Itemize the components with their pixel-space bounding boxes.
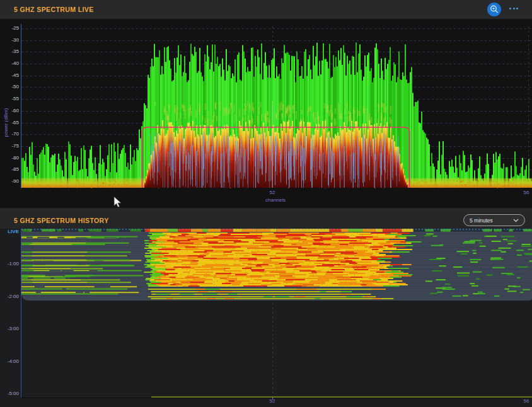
live-y-tick-label: -40 — [0, 60, 19, 67]
mouse-cursor — [113, 196, 122, 209]
live-y-tick-label: -75 — [0, 143, 19, 149]
live-spectrum-chart: power (dBm) channels -25-30-35-40-45-50-… — [0, 19, 532, 208]
history-panel-header: 5 GHZ SPECTRUM HISTORY — [0, 212, 532, 229]
live-y-axis-line — [21, 24, 21, 188]
live-y-tick-label: -45 — [0, 72, 19, 79]
history-spectrogram-chart: time LIVE-1:00-2:00-3:00-4:00-5:005256 — [0, 229, 532, 407]
chevron-down-icon — [513, 219, 519, 222]
history-time-tick-label: -4:00 — [0, 358, 19, 364]
history-spectrogram-plot[interactable] — [21, 229, 532, 407]
more-options-button[interactable] — [509, 8, 518, 9]
zoom-button[interactable] — [487, 3, 501, 16]
live-x-tick-label: 56 — [519, 190, 532, 195]
history-time-tick-label: -5:00 — [0, 391, 19, 396]
history-panel-title: 5 GHZ SPECTRUM HISTORY — [0, 217, 109, 224]
live-y-tick-label: -70 — [0, 131, 19, 137]
history-y-axis-line — [21, 229, 21, 398]
history-x-tick-label: 52 — [265, 398, 280, 404]
history-time-tick-label: -3:00 — [0, 326, 19, 331]
history-live-tick-label: LIVE — [0, 229, 19, 234]
live-y-tick-label: -80 — [0, 155, 19, 161]
live-spectrum-plot[interactable] — [21, 24, 532, 188]
live-y-tick-label: -60 — [0, 108, 19, 114]
live-y-tick-label: -30 — [0, 37, 19, 43]
live-panel-header: 5 GHZ SPECTRUM LIVE — [0, 0, 532, 19]
live-y-tick-label: -35 — [0, 49, 19, 55]
live-panel-title: 5 GHZ SPECTRUM LIVE — [0, 6, 94, 13]
live-y-tick-label: -90 — [0, 178, 19, 185]
live-y-tick-label: -55 — [0, 96, 19, 102]
live-y-tick-label: -85 — [0, 166, 19, 173]
time-range-value: 5 minutes — [470, 217, 493, 224]
time-range-dropdown[interactable]: 5 minutes — [463, 214, 525, 226]
live-y-tick-label: -65 — [0, 120, 19, 126]
ellipsis-icon — [509, 8, 511, 9]
panel-divider — [0, 208, 532, 212]
live-y-tick-label: -50 — [0, 84, 19, 90]
history-time-tick-label: -2:00 — [0, 294, 19, 299]
history-x-tick-label: 56 — [519, 398, 532, 404]
spectrum-analyzer-app: { "app": { "theme": { "accent_blue": "#2… — [0, 0, 532, 407]
live-x-tick-label: 52 — [265, 190, 280, 195]
magnifier-zoom-icon — [487, 3, 501, 16]
history-time-tick-label: -1:00 — [0, 261, 19, 267]
live-x-axis-title: channels — [257, 197, 294, 203]
live-y-tick-label: -25 — [0, 25, 19, 32]
